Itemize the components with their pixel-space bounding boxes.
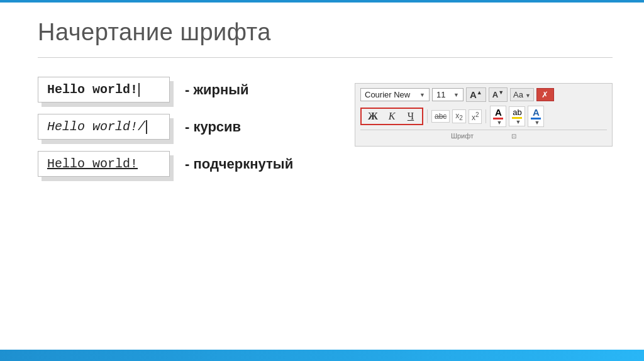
cursor-italic xyxy=(146,120,147,134)
text-box-bold: Hello world! xyxy=(38,77,170,103)
eraser-icon: ✗ xyxy=(541,90,548,99)
decrease-font-icon: A▼ xyxy=(492,89,504,99)
ribbon-row1: Courier New ▼ 11 ▼ A▲ A▼ Aa▼ ✗ xyxy=(360,87,607,102)
cursor-bold xyxy=(138,83,140,97)
bold-button[interactable]: Ж xyxy=(364,109,382,123)
highlight-color-dropdown-arrow: ▼ xyxy=(516,119,521,125)
text-color-button[interactable]: А ▼ xyxy=(528,106,544,127)
ribbon-separator-1 xyxy=(427,109,428,123)
format-group: Ж К Ч xyxy=(360,108,423,125)
font-color-dropdown-arrow: ▼ xyxy=(497,119,502,126)
highlight-color-letter: ab xyxy=(513,108,521,117)
superscript-button[interactable]: x2 xyxy=(469,109,482,124)
change-case-label: Aa▼ xyxy=(513,90,531,99)
label-bold: - жирный xyxy=(185,82,249,98)
subscript-button[interactable]: x2 xyxy=(452,109,466,123)
superscript-label: x2 xyxy=(472,113,479,122)
examples-area: Hello world! - жирный Hello world!/ - ку… xyxy=(38,77,613,188)
change-case-button[interactable]: Aa▼ xyxy=(510,88,534,101)
underline-text: Hello world! xyxy=(47,157,138,171)
strikethrough-button[interactable]: abc xyxy=(431,110,450,123)
text-box-italic: Hello world!/ xyxy=(38,114,170,140)
bold-text: Hello world! xyxy=(47,82,138,97)
text-color-letter: А xyxy=(533,107,540,118)
title-divider xyxy=(38,57,613,58)
font-name-box[interactable]: Courier New ▼ xyxy=(360,88,430,101)
font-name-label: Courier New xyxy=(365,90,410,99)
ribbon-separator-2 xyxy=(486,109,486,123)
font-color-letter: A xyxy=(495,107,502,118)
strikethrough-label: abc xyxy=(435,112,447,121)
font-color-button[interactable]: A ▼ xyxy=(490,106,506,127)
highlight-color-button[interactable]: ab ▼ xyxy=(509,106,525,126)
font-name-dropdown-arrow: ▼ xyxy=(419,92,425,98)
label-italic: - курсив xyxy=(185,119,241,135)
font-size-dropdown-arrow: ▼ xyxy=(453,92,459,98)
font-size-label: 11 xyxy=(436,90,445,99)
example-row-underline: Hello world! - подчеркнутый xyxy=(38,151,613,177)
label-underline: - подчеркнутый xyxy=(185,156,293,172)
increase-font-button[interactable]: A▲ xyxy=(466,87,486,102)
page-title: Начертание шрифта xyxy=(38,19,613,46)
expand-icon[interactable]: ⊡ xyxy=(511,133,516,140)
italic-button[interactable]: К xyxy=(382,109,401,123)
italic-text: Hello world!/ xyxy=(47,119,145,134)
ribbon-group-label: Шрифт xyxy=(451,132,474,140)
main-content: Начертание шрифта Hello world! - жирный … xyxy=(0,0,644,207)
ribbon-footer: Шрифт ⊡ xyxy=(360,130,607,140)
ribbon-panel: Courier New ▼ 11 ▼ A▲ A▼ Aa▼ ✗ xyxy=(355,83,613,147)
bottom-accent-bar xyxy=(0,350,644,361)
decrease-font-button[interactable]: A▼ xyxy=(489,87,508,101)
increase-font-icon: A▲ xyxy=(470,89,482,100)
subscript-label: x2 xyxy=(455,111,463,120)
text-box-underline: Hello world! xyxy=(38,151,170,177)
font-size-box[interactable]: 11 ▼ xyxy=(432,88,464,101)
text-color-dropdown-arrow: ▼ xyxy=(535,119,540,126)
ribbon-row2: Ж К Ч abc x2 x2 A ▼ xyxy=(360,106,607,127)
underline-button[interactable]: Ч xyxy=(401,109,420,123)
clear-formatting-button[interactable]: ✗ xyxy=(536,88,554,101)
